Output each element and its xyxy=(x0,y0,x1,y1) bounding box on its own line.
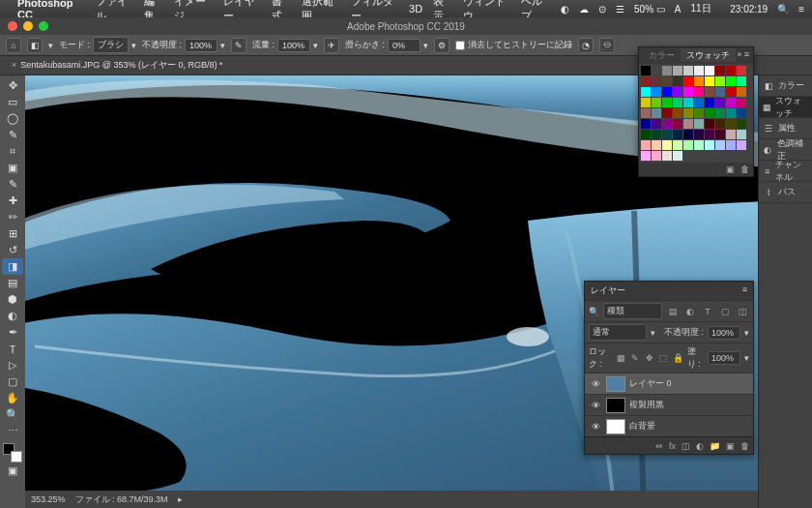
swatch-color[interactable] xyxy=(662,76,672,86)
filter-type-icon[interactable]: T xyxy=(701,305,714,318)
swatch-color[interactable] xyxy=(694,66,704,75)
swatch-color[interactable] xyxy=(673,98,682,107)
swatch-color[interactable] xyxy=(737,108,746,118)
swatch-color[interactable] xyxy=(652,140,661,150)
swatch-color[interactable] xyxy=(641,108,651,118)
swatch-color[interactable] xyxy=(652,119,661,129)
close-tab-icon[interactable]: × xyxy=(12,60,16,70)
filter-pixel-icon[interactable]: ▤ xyxy=(666,305,680,318)
swatch-color[interactable] xyxy=(641,151,651,161)
hand-tool[interactable]: ✋ xyxy=(2,390,23,406)
lock-position-icon[interactable]: ✥ xyxy=(644,351,654,365)
swatch-color[interactable] xyxy=(737,98,746,107)
filter-adjust-icon[interactable]: ◐ xyxy=(683,305,697,318)
panel-menu-icon[interactable]: ≡ xyxy=(742,284,747,297)
swatch-color[interactable] xyxy=(652,98,661,107)
gradient-tool[interactable]: ▤ xyxy=(2,275,23,291)
swatch-color[interactable] xyxy=(673,87,682,97)
input-source-icon[interactable]: A xyxy=(675,4,682,15)
swatch-color[interactable] xyxy=(652,130,661,139)
airbrush-icon[interactable]: ✈ xyxy=(324,38,339,53)
swatch-color[interactable] xyxy=(737,87,746,97)
swatch-color[interactable] xyxy=(726,130,736,139)
quick-select-tool[interactable]: ✎ xyxy=(2,127,23,143)
panel-swatches[interactable]: ▦スウォッチ xyxy=(759,97,812,118)
pressure-size-icon[interactable]: ◔ xyxy=(578,38,594,53)
visibility-icon[interactable]: 👁 xyxy=(589,422,602,432)
layer-fx-icon[interactable]: fx xyxy=(669,441,676,451)
swatch-color[interactable] xyxy=(673,140,682,150)
blur-tool[interactable]: ⬢ xyxy=(2,291,23,308)
lock-artboard-icon[interactable]: ⬚ xyxy=(658,351,669,365)
link-layers-icon[interactable]: ⇔ xyxy=(655,441,663,451)
swatch-color[interactable] xyxy=(694,130,704,139)
filter-shape-icon[interactable]: ▢ xyxy=(718,305,732,318)
mode-select[interactable]: ブラシ xyxy=(93,37,129,53)
swatch-color[interactable] xyxy=(737,119,746,129)
swatch-color[interactable] xyxy=(694,87,704,97)
path-select-tool[interactable]: ▷ xyxy=(2,357,23,374)
wifi-icon[interactable]: ☰ xyxy=(616,4,624,15)
swatch-color[interactable] xyxy=(705,119,714,129)
swatch-color[interactable] xyxy=(737,66,746,75)
swatch-color[interactable] xyxy=(726,87,736,97)
notification-icon[interactable]: ≡ xyxy=(798,4,804,15)
swatch-color[interactable] xyxy=(694,140,704,150)
layer-row[interactable]: 👁レイヤー 0 xyxy=(585,373,753,394)
swatch-color[interactable] xyxy=(694,98,704,107)
blend-mode-select[interactable]: 通常 xyxy=(589,324,647,341)
window-close-button[interactable] xyxy=(8,21,17,31)
lock-all-icon[interactable]: 🔒 xyxy=(673,351,683,365)
swatch-color[interactable] xyxy=(652,66,661,75)
swatch-color[interactable] xyxy=(726,76,736,86)
history-brush-tool[interactable]: ↺ xyxy=(2,242,23,258)
swatch-color[interactable] xyxy=(715,130,725,139)
swatch-color[interactable] xyxy=(641,87,651,97)
swatch-color[interactable] xyxy=(662,87,672,97)
crop-tool[interactable]: ⌗ xyxy=(2,143,23,160)
brush-tool[interactable]: ✏ xyxy=(2,209,23,225)
window-maximize-button[interactable] xyxy=(39,21,48,31)
tab-color[interactable]: カラー xyxy=(643,48,681,62)
layer-thumbnail[interactable] xyxy=(606,398,625,413)
swatch-color[interactable] xyxy=(673,151,682,161)
swatch-color[interactable] xyxy=(694,119,704,129)
swatch-color[interactable] xyxy=(683,66,693,75)
stamp-tool[interactable]: ⊞ xyxy=(2,225,23,242)
panel-paths[interactable]: ⌇パス xyxy=(759,182,812,203)
swatch-color[interactable] xyxy=(726,108,736,118)
swatch-color[interactable] xyxy=(652,151,661,161)
eraser-tool[interactable]: ◨ xyxy=(2,258,23,275)
swatch-color[interactable] xyxy=(662,108,672,118)
layer-name[interactable]: レイヤー 0 xyxy=(629,377,672,390)
layer-filter-select[interactable]: 種類 xyxy=(603,303,662,319)
swatch-color[interactable] xyxy=(641,130,651,139)
move-tool[interactable]: ✥ xyxy=(2,77,23,94)
status-menu-icon[interactable]: ▸ xyxy=(178,494,183,504)
swatch-color[interactable] xyxy=(662,140,672,150)
swatch-color[interactable] xyxy=(726,140,736,150)
swatch-color[interactable] xyxy=(641,98,651,107)
lock-pixels-icon[interactable]: ✎ xyxy=(630,351,641,365)
shape-tool[interactable]: ▢ xyxy=(2,374,23,390)
layer-name[interactable]: 複製用黒 xyxy=(629,399,664,411)
menu-3d[interactable]: 3D xyxy=(409,3,422,15)
fill-input[interactable]: 100% xyxy=(708,351,740,365)
swatch-color[interactable] xyxy=(662,66,672,75)
filter-smart-icon[interactable]: ◫ xyxy=(736,305,749,318)
swatch-color[interactable] xyxy=(673,66,682,75)
color-swatch[interactable] xyxy=(3,443,22,463)
dodge-tool[interactable]: ◐ xyxy=(2,308,23,324)
swatch-color[interactable] xyxy=(673,130,682,139)
swatch-color[interactable] xyxy=(737,76,746,86)
visibility-icon[interactable]: 👁 xyxy=(589,401,602,410)
swatch-color[interactable] xyxy=(683,87,693,97)
swatch-color[interactable] xyxy=(737,130,746,139)
layer-opacity-input[interactable]: 100% xyxy=(708,326,740,340)
frame-tool[interactable]: ▣ xyxy=(2,160,23,176)
symmetry-icon[interactable]: ⦵ xyxy=(599,38,615,53)
swatch-color[interactable] xyxy=(652,108,661,118)
swatch-color[interactable] xyxy=(683,76,693,86)
swatch-color[interactable] xyxy=(652,87,661,97)
lock-transparency-icon[interactable]: ▦ xyxy=(616,351,626,365)
